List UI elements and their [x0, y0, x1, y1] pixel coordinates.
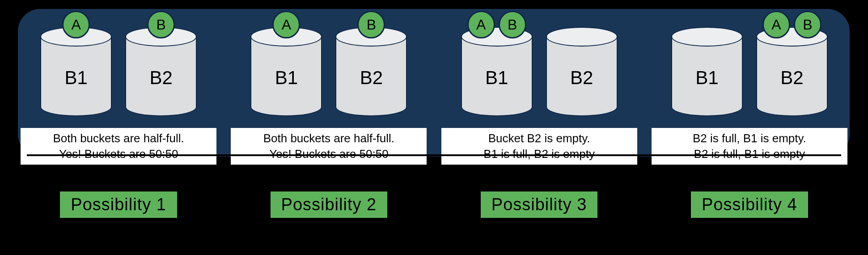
possibility-caption: Bucket B2 is empty. B1 is full, B2 is em… — [441, 128, 637, 165]
possibility-label: Possibility 2 — [271, 191, 388, 218]
ball-group: B — [125, 11, 197, 38]
possibility-panel: B1 A B B2 B2 is full, B1 is empty. B2 i — [653, 0, 846, 218]
ball-group: A B — [756, 11, 828, 38]
bucket-pair: B1 A B B2 — [671, 13, 828, 116]
possibility-label: Possibility 4 — [691, 191, 808, 218]
possibility-caption: B2 is full, B1 is empty. B2 is full, B1 … — [652, 128, 847, 165]
ball-b-icon: B — [147, 11, 175, 38]
caption-line: Both buckets are half-full. — [233, 131, 425, 146]
cylinder-icon: B1 — [250, 27, 322, 116]
caption-line: Bucket B2 is empty. — [443, 131, 635, 146]
bucket-b1: A B1 — [40, 13, 112, 116]
possibility-label: Possibility 3 — [481, 191, 598, 218]
cylinder-icon: B2 — [756, 27, 828, 116]
ball-group: A — [250, 11, 322, 38]
possibility-panel: A B1 B B2 Bo — [233, 0, 425, 218]
bucket-pair: A B1 B B2 — [250, 13, 407, 116]
bucket-b2: B B2 — [125, 13, 197, 116]
bucket-b1: B1 — [671, 13, 743, 116]
ball-a-icon: A — [762, 11, 790, 38]
bucket-b2: A B B2 — [756, 13, 828, 116]
bucket-b2: B B2 — [335, 13, 407, 116]
bucket-b1: A B1 — [250, 13, 322, 116]
possibility-caption: Both buckets are half-full. Yes! Buckets… — [21, 128, 216, 165]
bucket-label: B2 — [335, 67, 407, 89]
ball-a-icon: A — [272, 11, 300, 38]
possibility-panel: A B B1 B2 Bucket B2 is — [443, 0, 635, 218]
possibility-label: Possibility 1 — [60, 191, 177, 218]
bucket-pair: A B B1 B2 — [461, 13, 618, 116]
ball-group: A — [40, 11, 112, 38]
possibility-caption: Both buckets are half-full. Yes! Buckets… — [231, 128, 427, 165]
horizontal-rule — [27, 154, 841, 156]
cylinder-icon: B2 — [335, 27, 407, 116]
ball-b-icon: B — [499, 11, 526, 38]
cylinder-icon: B1 — [671, 27, 743, 116]
ball-a-icon: A — [62, 11, 90, 38]
diagram-canvas: A B1 B B2 Bo — [0, 0, 868, 255]
ball-b-icon: B — [357, 11, 385, 38]
ball-group: B — [335, 11, 407, 38]
cylinder-icon: B2 — [125, 27, 197, 116]
cylinder-icon: B1 — [461, 27, 533, 116]
possibility-row: A B1 B B2 Bo — [0, 0, 868, 255]
ball-a-icon: A — [467, 11, 495, 38]
bucket-b1: A B B1 — [461, 13, 533, 116]
possibility-panel: A B1 B B2 Bo — [22, 0, 215, 218]
caption-line: B2 is full, B1 is empty. — [653, 131, 846, 146]
bucket-label: B1 — [40, 67, 112, 89]
bucket-label: B2 — [125, 67, 197, 89]
cylinder-icon: B1 — [40, 27, 112, 116]
bucket-b2: B2 — [546, 13, 618, 116]
bucket-label: B2 — [756, 67, 828, 89]
bucket-label: B2 — [546, 67, 618, 89]
ball-b-icon: B — [794, 11, 821, 38]
cylinder-icon: B2 — [546, 27, 618, 116]
bucket-label: B1 — [461, 67, 533, 89]
ball-group: A B — [461, 11, 533, 38]
bucket-label: B1 — [671, 67, 743, 89]
bucket-pair: A B1 B B2 — [40, 13, 197, 116]
bucket-label: B1 — [250, 67, 322, 89]
caption-line: Both buckets are half-full. — [22, 131, 215, 146]
